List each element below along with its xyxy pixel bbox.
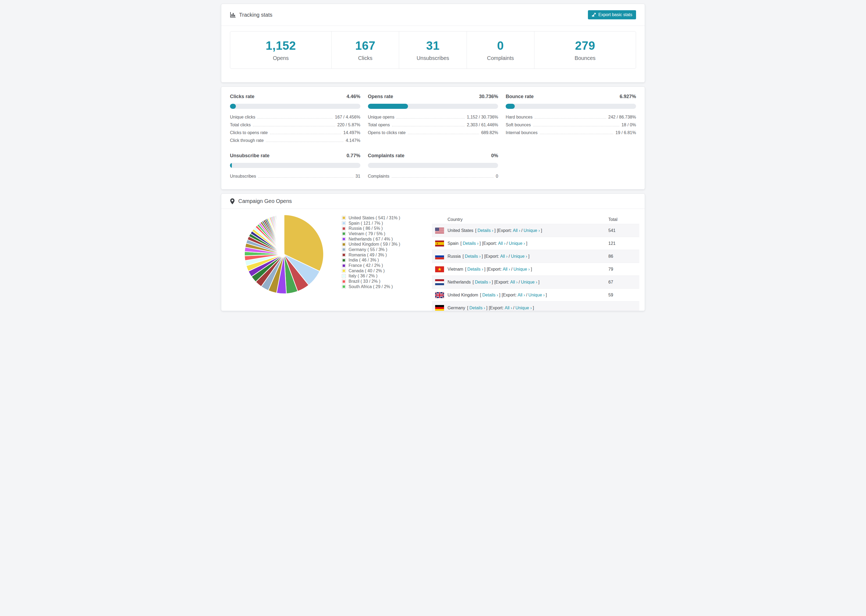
export-icon <box>592 13 596 17</box>
legend-item[interactable]: United Kingdom ( 59 / 3% ) <box>342 242 432 247</box>
clicks-rate-value: 4.46% <box>347 94 361 99</box>
table-row-russia: Russia [Details ›] [Export:All ›/Unique … <box>432 250 639 262</box>
export-all-link[interactable]: All › <box>513 228 520 233</box>
legend-item[interactable]: India ( 46 / 3% ) <box>342 258 432 263</box>
details-link[interactable]: Details › <box>469 306 485 310</box>
stat-row: Clicks to opens rate14.497% <box>230 130 361 138</box>
tracking-stats-header: Tracking stats Export basic stats <box>221 4 645 26</box>
legend-swatch <box>342 284 346 289</box>
opens-label: Opens <box>273 55 289 61</box>
export-unique-link[interactable]: Unique › <box>509 241 525 246</box>
bounces-label: Bounces <box>575 55 596 61</box>
export-unique-link[interactable]: Unique › <box>511 254 527 259</box>
unsubscribes-count: 31 <box>426 39 439 52</box>
export-all-link[interactable]: All › <box>505 306 512 310</box>
export-basic-stats-button[interactable]: Export basic stats <box>588 10 636 19</box>
export-unique-link[interactable]: Unique › <box>524 228 540 233</box>
rates-card: Clicks rate 4.46% Unique clicks167 / 4.4… <box>221 86 645 190</box>
legend-item[interactable]: Spain ( 121 / 7% ) <box>342 221 432 226</box>
export-all-link[interactable]: All › <box>503 267 510 272</box>
export-all-link[interactable]: All › <box>518 293 525 297</box>
legend-item[interactable]: Vietnam ( 79 / 5% ) <box>342 231 432 237</box>
total-value: 79 <box>608 267 639 272</box>
bounce-rate-section: Bounce rate 6.927% Hard bounces242 / 86.… <box>505 94 636 146</box>
details-link[interactable]: Details › <box>465 254 480 259</box>
legend-swatch <box>342 264 346 268</box>
stat-row: Total clicks220 / 5.87% <box>230 123 361 130</box>
complaints-label: Complaints <box>487 55 514 61</box>
total-value: 121 <box>608 241 639 246</box>
legend-item[interactable]: Russia ( 86 / 5% ) <box>342 226 432 231</box>
complaints-rate-title: Complaints rate <box>368 153 405 159</box>
stat-row: Soft bounces18 / 0% <box>505 123 636 130</box>
details-link[interactable]: Details › <box>468 267 483 272</box>
rates-grid: Clicks rate 4.46% Unique clicks167 / 4.4… <box>221 87 645 189</box>
geo-pie-chart[interactable] <box>244 214 324 295</box>
opens-rate-value: 30.736% <box>479 94 498 99</box>
complaints-rate-section: Complaints rate 0% Complaints0 <box>368 153 498 182</box>
legend-swatch <box>342 280 346 284</box>
stat-row: Unique opens1,152 / 30.736% <box>368 115 498 123</box>
total-value: 59 <box>608 293 639 297</box>
opens-rate-section: Opens rate 30.736% Unique opens1,152 / 3… <box>368 94 498 146</box>
export-unique-link[interactable]: Unique › <box>513 267 529 272</box>
geo-opens-card: Campaign Geo Opens United States ( 541 /… <box>221 193 645 311</box>
export-all-link[interactable]: All › <box>510 280 518 284</box>
total-value: 67 <box>608 280 639 284</box>
opens-count: 1,152 <box>266 39 296 52</box>
stat-row: Total opens2,303 / 61.446% <box>368 123 498 130</box>
export-all-link[interactable]: All › <box>498 241 505 246</box>
export-all-link[interactable]: All › <box>500 254 508 259</box>
stat-unsubscribes: 31 Unsubscribes <box>399 31 467 69</box>
export-unique-link[interactable]: Unique › <box>521 280 537 284</box>
geo-opens-title: Campaign Geo Opens <box>238 198 292 204</box>
stat-complaints: 0 Complaints <box>467 31 534 69</box>
legend-swatch <box>342 248 346 251</box>
legend-item[interactable]: Romania ( 49 / 3% ) <box>342 252 432 258</box>
stat-row: Opens to clicks rate689.82% <box>368 130 498 138</box>
details-link[interactable]: Details › <box>478 228 493 233</box>
legend-item[interactable]: Germany ( 55 / 3% ) <box>342 247 432 252</box>
legend-swatch <box>342 242 346 247</box>
stats-summary: 1,152 Opens 167 Clicks 31 Unsubscribes 0… <box>221 26 645 82</box>
stat-row: Click through rate4.147% <box>230 138 361 146</box>
country-column-header: Country <box>432 217 463 222</box>
legend-swatch <box>342 216 346 220</box>
bounce-rate-title: Bounce rate <box>505 94 534 99</box>
clicks-count: 167 <box>355 39 375 52</box>
legend-swatch <box>342 258 346 262</box>
stat-bounces: 279 Bounces <box>534 31 636 69</box>
stat-row: Hard bounces242 / 86.738% <box>505 115 636 123</box>
details-link[interactable]: Details › <box>475 280 491 284</box>
legend-item[interactable]: Canada ( 40 / 2% ) <box>342 268 432 273</box>
unsubscribe-rate-value: 0.77% <box>347 153 361 159</box>
bounce-rate-progressbar <box>505 104 636 109</box>
legend-item[interactable]: Netherlands ( 67 / 4% ) <box>342 237 432 242</box>
details-link[interactable]: Details › <box>463 241 479 246</box>
legend-swatch <box>342 221 346 225</box>
legend-item[interactable]: Brazil ( 33 / 2% ) <box>342 279 432 284</box>
tracking-stats-title: Tracking stats <box>230 12 272 18</box>
flag-spain-icon <box>435 240 444 247</box>
legend-item[interactable]: France ( 42 / 2% ) <box>342 263 432 268</box>
flag-vietnam-icon <box>435 266 444 272</box>
legend-swatch <box>342 274 346 278</box>
stats-row: 1,152 Opens 167 Clicks 31 Unsubscribes 0… <box>230 31 636 69</box>
complaints-rate-progressbar <box>368 163 498 168</box>
flag-netherlands-icon <box>435 279 444 285</box>
table-row-united-states: United States [Details ›] [Export:All ›/… <box>432 224 639 237</box>
export-unique-link[interactable]: Unique › <box>516 306 532 310</box>
stat-clicks: 167 Clicks <box>332 31 399 69</box>
details-link[interactable]: Details › <box>482 293 498 297</box>
bar-chart-icon <box>230 12 236 18</box>
opens-rate-title: Opens rate <box>368 94 393 99</box>
legend-item[interactable]: South Africa ( 29 / 2% ) <box>342 284 432 289</box>
legend-item[interactable]: Italy ( 36 / 2% ) <box>342 273 432 279</box>
legend-item[interactable]: United States ( 541 / 31% ) <box>342 215 432 221</box>
legend-swatch <box>342 253 346 257</box>
flag-germany-icon <box>435 305 444 311</box>
legend-swatch <box>342 226 346 231</box>
export-unique-link[interactable]: Unique › <box>529 293 545 297</box>
table-row-netherlands: Netherlands [Details ›] [Export:All ›/Un… <box>432 275 639 288</box>
geo-table-header: Country Total <box>432 215 639 224</box>
